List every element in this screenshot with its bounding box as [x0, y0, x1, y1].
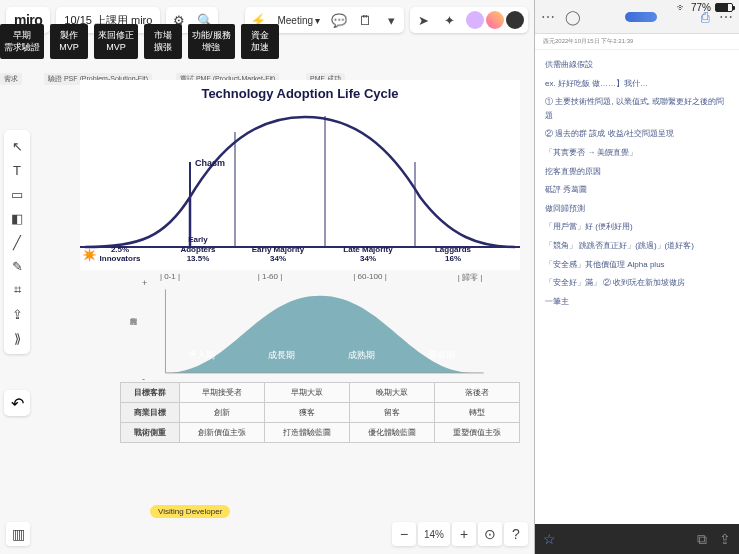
note-line: ① 主要技術性問題, 以業值式, 或聯繫更好之後的問題	[545, 95, 729, 122]
note-line: 一筆主	[545, 295, 729, 309]
avatar[interactable]	[506, 11, 524, 29]
wifi-icon: ᯤ	[677, 2, 687, 13]
lasso-icon[interactable]: ◯	[565, 9, 581, 25]
more-icon[interactable]: ⋯	[541, 9, 555, 25]
note-line: ex. 好好吃飯 做……】我什…	[545, 77, 729, 91]
chasm-label: Chasm	[195, 158, 225, 168]
table-cell: 轉型	[435, 403, 520, 423]
help-button[interactable]: ?	[504, 522, 528, 546]
note-line: ② 過去的群 該成 收益/社交問題呈現	[545, 127, 729, 141]
undo-button[interactable]: ↶	[4, 390, 30, 416]
chevron-down-icon[interactable]: ▾	[378, 7, 404, 33]
table-cell: 落後者	[435, 383, 520, 403]
segment-label: Laggards16%	[418, 245, 488, 264]
table-cell: 早期大眾	[265, 383, 350, 403]
visiting-developer-sticker[interactable]: Visiting Developer	[150, 505, 230, 518]
zoom-controls: − 14% + ⊙ ?	[392, 522, 528, 546]
stage-cards-row: 早期需求驗證製作MVP來回修正MVP市場擴張功能/服務增強資金加速	[0, 24, 279, 59]
table-cell: 打造體驗藍圖	[265, 423, 350, 443]
reactions-icon[interactable]: ✦	[436, 7, 462, 33]
line-tool-icon[interactable]: ╱	[4, 230, 30, 254]
avatar[interactable]	[486, 11, 504, 29]
note-line: 做回歸預測	[545, 202, 729, 216]
stage-card[interactable]: 功能/服務增強	[188, 24, 235, 59]
adoption-curve-svg	[80, 102, 520, 252]
notes-pane: ᯤ 77% ⋯ ◯ ⎙ ⋯ 西元2022年10月15日 下午2:21:39 供需…	[534, 0, 739, 554]
pen-tool-icon[interactable]: ✎	[4, 254, 30, 278]
stage-card[interactable]: 資金加速	[241, 24, 279, 59]
note-line: 「競角」 跳跳否直正好」(跳過)」(道好客)	[545, 239, 729, 253]
stage-card[interactable]: 製作MVP	[50, 24, 88, 59]
meeting-button[interactable]: Meeting ▾	[271, 15, 326, 26]
segment-label: EarlyAdopters13.5%	[168, 235, 228, 264]
table-row-header: 戰術側重	[121, 423, 180, 443]
battery-icon	[715, 3, 733, 12]
shape-tool-icon[interactable]: ◧	[4, 206, 30, 230]
sticky-tool-icon[interactable]: ▭	[4, 182, 30, 206]
zoom-percent[interactable]: 14%	[418, 522, 450, 546]
phase-label: 導入期	[188, 349, 215, 362]
segment-label: 2.5%Innovators	[90, 245, 150, 264]
table-row-header: 目標客群	[121, 383, 180, 403]
table-cell: 早期接受者	[180, 383, 265, 403]
lifecycle-chart: | 0-1 || 1-60 || 60-100 || 歸零 | 獲利能力 + -…	[120, 272, 520, 443]
segment-label: Late Majority34%	[328, 245, 408, 264]
lifecycle-curve-svg	[120, 282, 520, 382]
note-timestamp: 西元2022年10月15日 下午2:21:39	[535, 34, 739, 50]
frame-tool-icon[interactable]: ⌗	[4, 278, 30, 302]
zoom-out-button[interactable]: −	[392, 522, 416, 546]
frames-panel-icon[interactable]: ▥	[6, 522, 30, 546]
note-line: 挖客直覺的原因	[545, 165, 729, 179]
table-cell: 優化體驗藍圖	[350, 423, 435, 443]
miro-pane: miro 10/15 上課用 miro ⚙ 🔍 ⚡ Meeting ▾ 💬 🗒 …	[0, 0, 534, 554]
note-line: 「用戶當」好 (便利好用)	[545, 220, 729, 234]
note-line: 「其實要否 → 美饌直覺」	[545, 146, 729, 160]
zoom-in-button[interactable]: +	[452, 522, 476, 546]
lifecycle-table: 目標客群早期接受者早期大眾晚期大眾落後者商業目標創新獲客留客轉型戰術側重創新價值…	[120, 382, 520, 443]
table-cell: 創新價值主張	[180, 423, 265, 443]
phase-label: 成長期	[268, 349, 295, 362]
note-line: 「安全感」其他價值理 Alpha plus	[545, 258, 729, 272]
note-body[interactable]: 供需曲線假設ex. 好好吃飯 做……】我什… ① 主要技術性問題, 以業值式, …	[535, 50, 739, 321]
fit-button[interactable]: ⊙	[478, 522, 502, 546]
cursor-pill: ➤ ✦	[410, 7, 528, 33]
stage-card[interactable]: 市場擴張	[144, 24, 182, 59]
ipad-status-bar: ᯤ 77%	[677, 2, 733, 13]
avatar[interactable]	[466, 11, 484, 29]
text-tool-icon[interactable]: T	[4, 158, 30, 182]
note-line: 「安全好」滿」 ② 收到玩在新加坡做房	[545, 276, 729, 290]
table-cell: 留客	[350, 403, 435, 423]
select-tool-icon[interactable]: ↖	[4, 134, 30, 158]
miro-bottombar: ▥ − 14% + ⊙ ?	[6, 520, 528, 548]
miro-canvas[interactable]: Technology Adoption Life Cycle Chasm 2.5…	[40, 60, 524, 514]
star-icon: ✴️	[82, 248, 97, 262]
upload-tool-icon[interactable]: ⇪	[4, 302, 30, 326]
segment-label: Early Majority34%	[238, 245, 318, 264]
copy-icon[interactable]: ⧉	[697, 531, 707, 548]
comment-icon[interactable]: 💬	[326, 7, 352, 33]
tool-rail: ↖ T ▭ ◧ ╱ ✎ ⌗ ⇪ ⟫	[4, 130, 30, 354]
phase-label: 成熟期	[348, 349, 375, 362]
table-cell: 重塑價值主張	[435, 423, 520, 443]
pencil-tool[interactable]	[625, 12, 657, 22]
stage-card[interactable]: 早期需求驗證	[0, 24, 44, 59]
battery-percent: 77%	[691, 2, 711, 13]
star-icon[interactable]: ☆	[543, 531, 556, 547]
pointer-icon[interactable]: ➤	[410, 7, 436, 33]
note-line: 供需曲線假設	[545, 58, 729, 72]
table-cell: 創新	[180, 403, 265, 423]
chart1-title: Technology Adoption Life Cycle	[80, 80, 520, 101]
stage-card[interactable]: 來回修正MVP	[94, 24, 138, 59]
table-cell: 晚期大眾	[350, 383, 435, 403]
phase-tag: 需求	[0, 73, 22, 85]
avatars[interactable]	[462, 11, 528, 29]
notes-footer: ☆ ⧉ ⇪	[535, 524, 739, 554]
more-tools-icon[interactable]: ⟫	[4, 326, 30, 350]
note-line: 砥評 秀葛圖	[545, 183, 729, 197]
adoption-chart: Technology Adoption Life Cycle Chasm 2.5…	[80, 80, 520, 270]
note-icon[interactable]: 🗒	[352, 7, 378, 33]
phase-label: 衰退期	[428, 349, 455, 362]
share-icon[interactable]: ⇪	[719, 531, 731, 548]
table-cell: 獲客	[265, 403, 350, 423]
table-row-header: 商業目標	[121, 403, 180, 423]
